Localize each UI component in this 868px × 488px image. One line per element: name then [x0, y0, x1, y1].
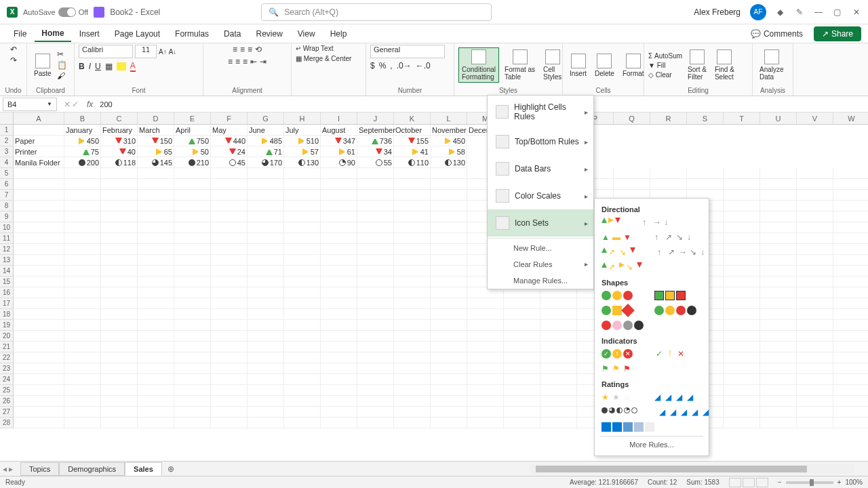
cell[interactable]	[431, 374, 467, 385]
col-header-G[interactable]: G	[248, 113, 284, 124]
cell[interactable]	[321, 331, 357, 342]
cell[interactable]	[248, 407, 284, 418]
maximize-icon[interactable]: ▢	[833, 7, 842, 17]
iconset-3arrows-colored[interactable]	[600, 216, 622, 228]
iconset-3symbols-circled[interactable]: ✓!✕	[600, 348, 634, 360]
cell[interactable]	[797, 266, 833, 277]
cell[interactable]: 750	[174, 136, 211, 146]
cell[interactable]	[833, 168, 868, 179]
row-header-28[interactable]: 28	[0, 418, 14, 428]
cell[interactable]	[540, 342, 577, 352]
cell[interactable]	[14, 309, 64, 320]
analyze-data-button[interactable]: Analyze Data	[757, 48, 787, 82]
cell[interactable]	[101, 222, 138, 233]
cell[interactable]	[357, 244, 394, 255]
bold-button[interactable]: B	[79, 62, 85, 71]
cell[interactable]	[833, 342, 868, 352]
cell[interactable]	[248, 266, 284, 277]
cell[interactable]	[174, 168, 211, 179]
cell[interactable]	[431, 352, 467, 363]
cell[interactable]	[467, 374, 504, 385]
cell[interactable]	[724, 201, 760, 211]
cell[interactable]	[357, 320, 394, 331]
sheet-tab-topics[interactable]: Topics	[20, 462, 59, 476]
cell[interactable]	[797, 374, 833, 385]
cell[interactable]	[394, 352, 431, 363]
cell[interactable]	[394, 222, 431, 233]
percent-icon[interactable]: %	[379, 61, 387, 70]
cell[interactable]	[321, 287, 357, 298]
cell[interactable]	[284, 255, 321, 266]
row-header-4[interactable]: 4	[0, 157, 14, 168]
enter-formula-icon[interactable]: ✓	[72, 100, 79, 109]
cell[interactable]	[284, 418, 321, 428]
cell[interactable]	[394, 201, 431, 211]
cell[interactable]	[431, 168, 467, 179]
cell[interactable]	[101, 255, 138, 266]
cell[interactable]	[724, 168, 760, 179]
autosave-switch-off[interactable]	[58, 7, 76, 17]
cf-data-bars[interactable]: Data Bars▸	[488, 155, 593, 182]
cell[interactable]	[14, 244, 64, 255]
cell[interactable]	[431, 201, 467, 211]
cell[interactable]	[614, 179, 650, 190]
cell[interactable]	[760, 385, 797, 396]
cell[interactable]	[760, 244, 797, 255]
cell[interactable]	[248, 168, 284, 179]
cell[interactable]	[248, 396, 284, 407]
cell[interactable]	[760, 222, 797, 233]
user-avatar[interactable]: AF	[750, 4, 766, 20]
cell[interactable]	[760, 233, 797, 244]
cell[interactable]	[321, 244, 357, 255]
cell[interactable]	[797, 309, 833, 320]
cell[interactable]	[760, 179, 797, 190]
pencil-icon[interactable]: ✎	[795, 7, 804, 17]
cell[interactable]	[760, 363, 797, 374]
cell[interactable]: 71	[248, 146, 284, 157]
cell[interactable]	[174, 255, 211, 266]
cell[interactable]	[540, 320, 577, 331]
search-box[interactable]: 🔍 Search (Alt+Q)	[261, 3, 492, 21]
cell[interactable]	[64, 385, 101, 396]
cell[interactable]	[833, 396, 868, 407]
cell[interactable]	[284, 266, 321, 277]
cell[interactable]	[504, 298, 540, 309]
cell[interactable]	[64, 320, 101, 331]
cell[interactable]	[504, 309, 540, 320]
cell[interactable]	[64, 298, 101, 309]
cell[interactable]: 736	[357, 136, 394, 146]
cell[interactable]	[284, 342, 321, 352]
cell[interactable]	[138, 407, 174, 418]
col-header-K[interactable]: K	[394, 113, 431, 124]
conditional-formatting-button[interactable]: Conditional Formatting	[458, 47, 499, 83]
cell-label[interactable]: Printer	[14, 146, 64, 157]
row-header-7[interactable]: 7	[0, 190, 14, 201]
redo-icon[interactable]: ↷	[10, 56, 17, 65]
cell[interactable]	[138, 233, 174, 244]
cell[interactable]	[248, 190, 284, 201]
merge-center-button[interactable]: ▦ Merge & Center	[296, 55, 351, 62]
cell[interactable]	[467, 331, 504, 342]
cf-clear-rules[interactable]: Clear Rules▸	[488, 256, 593, 272]
cell[interactable]	[284, 179, 321, 190]
cell[interactable]	[14, 179, 64, 190]
cell[interactable]	[760, 342, 797, 352]
horizontal-scrollbar[interactable]	[529, 464, 854, 474]
cell[interactable]	[724, 418, 760, 428]
cell[interactable]	[101, 179, 138, 190]
cell[interactable]	[431, 342, 467, 352]
cell[interactable]	[833, 363, 868, 374]
cell[interactable]: 58	[431, 146, 467, 157]
cell[interactable]: 510	[284, 136, 321, 146]
cell[interactable]	[321, 298, 357, 309]
cell[interactable]	[101, 342, 138, 352]
cell[interactable]	[357, 222, 394, 233]
cell[interactable]	[101, 211, 138, 222]
cell[interactable]: 145	[138, 157, 174, 168]
cell[interactable]	[724, 363, 760, 374]
cell[interactable]	[138, 418, 174, 428]
cell[interactable]: 485	[248, 136, 284, 146]
align-right-icon[interactable]: ≡	[243, 57, 248, 66]
diamond-icon[interactable]: ◆	[776, 7, 785, 17]
cell[interactable]	[394, 320, 431, 331]
